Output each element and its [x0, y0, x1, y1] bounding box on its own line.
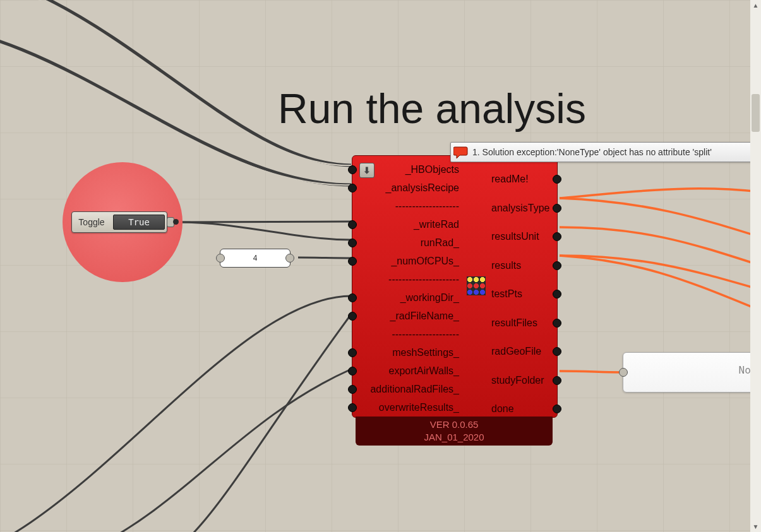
boolean-toggle[interactable]: Toggle True	[71, 211, 167, 233]
toggle-value[interactable]: True	[113, 215, 165, 230]
input-label: _numOfCPUs_	[352, 252, 463, 270]
number-input-grip[interactable]	[216, 254, 225, 263]
output-label: studyFolder	[491, 366, 557, 395]
input-grip[interactable]	[348, 367, 357, 375]
output-label: readMe!	[491, 165, 557, 194]
input-grip[interactable]	[348, 348, 357, 357]
input-grip[interactable]	[348, 257, 357, 266]
component-icon	[467, 276, 486, 295]
vertical-scrollbar[interactable]: ▲ ▼	[750, 0, 761, 532]
input-label: additionalRadFiles_	[352, 380, 463, 398]
input-grip[interactable]	[348, 165, 357, 174]
output-grip[interactable]	[553, 319, 561, 328]
component-version: VER 0.0.65	[356, 417, 553, 431]
run-daylight-component[interactable]: ⬇ _HBObjects_analysisRecipe-------------…	[352, 155, 556, 446]
input-grip[interactable]	[348, 403, 357, 412]
output-grip[interactable]	[553, 405, 561, 413]
input-label: _writeRad	[352, 215, 463, 233]
output-label: results	[491, 251, 557, 280]
input-grip[interactable]	[348, 293, 357, 302]
input-label: overwriteResults_	[352, 398, 463, 417]
output-panel[interactable]: No data	[623, 352, 761, 393]
component-body[interactable]: ⬇ _HBObjects_analysisRecipe-------------…	[352, 155, 558, 418]
error-tooltip-text: 1. Solution exception:'NoneType' object …	[472, 147, 712, 157]
input-label: runRad_	[352, 233, 463, 252]
component-footer: VER 0.0.65 JAN_01_2020	[356, 417, 553, 446]
input-grip[interactable]	[348, 385, 357, 394]
output-grip[interactable]	[553, 347, 561, 356]
output-grip[interactable]	[553, 376, 561, 385]
input-label: meshSettings_	[352, 343, 463, 362]
input-grip[interactable]	[348, 184, 357, 192]
output-label: testPts	[491, 280, 557, 309]
output-label: analysisType	[491, 194, 557, 223]
error-bubble-icon	[455, 147, 467, 157]
scroll-down-button[interactable]: ▼	[750, 521, 761, 532]
outputs-column: readMe!analysisTyperesultsUnitresultstes…	[491, 165, 557, 423]
input-grip[interactable]	[348, 239, 357, 247]
number-output-grip[interactable]	[285, 254, 294, 263]
scroll-thumb[interactable]	[752, 94, 760, 132]
canvas[interactable]: Run the analysis Toggle True 4 ⬇ _HBObje…	[0, 0, 761, 532]
input-label: -------------------	[352, 197, 463, 215]
output-grip[interactable]	[553, 175, 561, 184]
number-slider[interactable]: 4	[220, 249, 291, 268]
group-title: Run the analysis	[278, 85, 586, 133]
toggle-label: Toggle	[72, 217, 111, 227]
input-label: _HBObjects	[352, 160, 463, 179]
toggle-output-grip[interactable]	[167, 217, 174, 227]
output-label: radGeoFile	[491, 337, 557, 366]
output-grip[interactable]	[553, 232, 561, 241]
input-label: --------------------	[352, 325, 463, 343]
input-label: ---------------------	[352, 270, 463, 288]
input-label: _radFileName_	[352, 307, 463, 325]
scroll-up-button[interactable]: ▲	[750, 0, 761, 11]
input-label: exportAirWalls_	[352, 362, 463, 380]
inputs-column: _HBObjects_analysisRecipe---------------…	[352, 160, 463, 417]
input-grip[interactable]	[348, 312, 357, 321]
output-grip[interactable]	[553, 261, 561, 270]
output-grip[interactable]	[553, 204, 561, 213]
output-label: resultsUnit	[491, 222, 557, 251]
input-label: _workingDir_	[352, 288, 463, 307]
panel-input-grip[interactable]	[619, 368, 628, 377]
error-tooltip: 1. Solution exception:'NoneType' object …	[450, 142, 761, 162]
input-label: _analysisRecipe	[352, 179, 463, 197]
input-grip[interactable]	[348, 220, 357, 229]
output-label: resultFiles	[491, 309, 557, 338]
number-value: 4	[253, 254, 258, 263]
output-grip[interactable]	[553, 290, 561, 299]
component-date: JAN_01_2020	[356, 431, 553, 444]
